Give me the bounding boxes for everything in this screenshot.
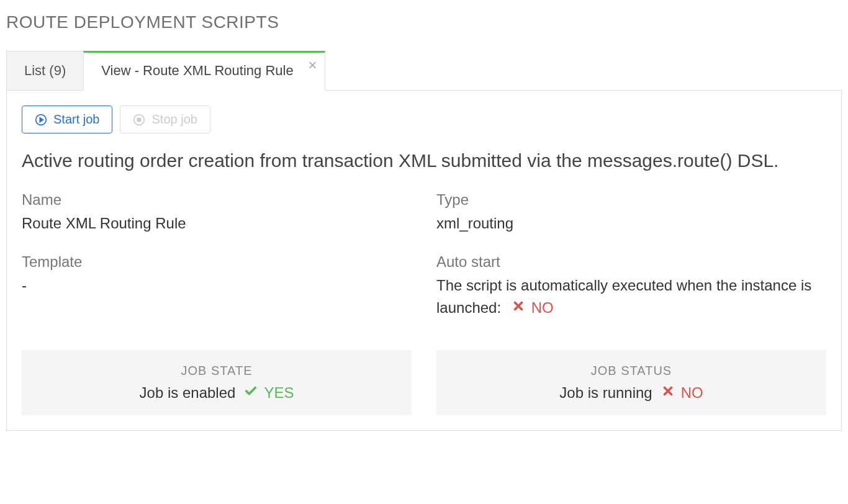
svg-rect-3	[138, 118, 141, 121]
autostart-status-text: NO	[531, 297, 554, 319]
autostart-value: The script is automatically executed whe…	[436, 274, 826, 319]
template-value: -	[22, 274, 412, 297]
job-state-text: Job is enabled	[140, 384, 236, 402]
start-job-button[interactable]: Start job	[22, 106, 112, 133]
field-autostart: Auto start The script is automatically e…	[436, 253, 826, 319]
field-template: Template -	[22, 253, 412, 319]
view-panel: Start job Stop job Active routing order …	[6, 90, 842, 431]
job-status-text: Job is running	[559, 384, 652, 402]
tab-view[interactable]: View - Route XML Routing Rule ×	[83, 51, 325, 91]
job-state-value: Job is enabled YES	[140, 384, 294, 402]
start-job-label: Start job	[53, 112, 99, 127]
type-value: xml_routing	[436, 212, 826, 235]
template-label: Template	[22, 253, 412, 271]
stop-job-button: Stop job	[120, 106, 210, 133]
tab-view-label: View - Route XML Routing Rule	[101, 63, 293, 78]
status-boxes: JOB STATE Job is enabled YES JOB STATUS …	[22, 350, 826, 415]
close-icon[interactable]: ×	[309, 58, 317, 73]
tabs-container: List (9) View - Route XML Routing Rule ×…	[6, 51, 842, 431]
job-status-title: JOB STATUS	[443, 364, 820, 378]
svg-marker-1	[40, 117, 43, 122]
stop-job-label: Stop job	[151, 112, 197, 127]
job-state-box: JOB STATE Job is enabled YES	[22, 350, 412, 415]
autostart-text: The script is automatically executed whe…	[436, 277, 811, 316]
job-state-badge: YES	[244, 384, 294, 402]
stop-icon	[133, 114, 145, 126]
play-icon	[35, 114, 47, 126]
script-description: Active routing order creation from trans…	[22, 148, 826, 173]
job-status-badge-text: NO	[681, 384, 703, 402]
fields-grid: Name Route XML Routing Rule Type xml_rou…	[22, 191, 826, 319]
x-icon	[512, 297, 525, 319]
page-title: ROUTE DEPLOYMENT SCRIPTS	[6, 12, 842, 32]
toolbar: Start job Stop job	[22, 106, 826, 133]
tab-list[interactable]: List (9)	[6, 51, 84, 91]
name-value: Route XML Routing Rule	[22, 212, 412, 235]
job-state-title: JOB STATE	[28, 364, 405, 378]
name-label: Name	[22, 191, 412, 209]
autostart-label: Auto start	[436, 253, 826, 271]
job-status-box: JOB STATUS Job is running NO	[436, 350, 826, 415]
x-icon	[661, 384, 675, 402]
autostart-status: NO	[512, 297, 554, 319]
job-status-badge: NO	[661, 384, 703, 402]
job-status-value: Job is running NO	[559, 384, 703, 402]
tabs: List (9) View - Route XML Routing Rule ×	[6, 51, 842, 91]
type-label: Type	[436, 191, 826, 209]
field-type: Type xml_routing	[436, 191, 826, 235]
check-icon	[244, 384, 258, 402]
field-name: Name Route XML Routing Rule	[22, 191, 412, 235]
job-state-badge-text: YES	[264, 384, 294, 402]
